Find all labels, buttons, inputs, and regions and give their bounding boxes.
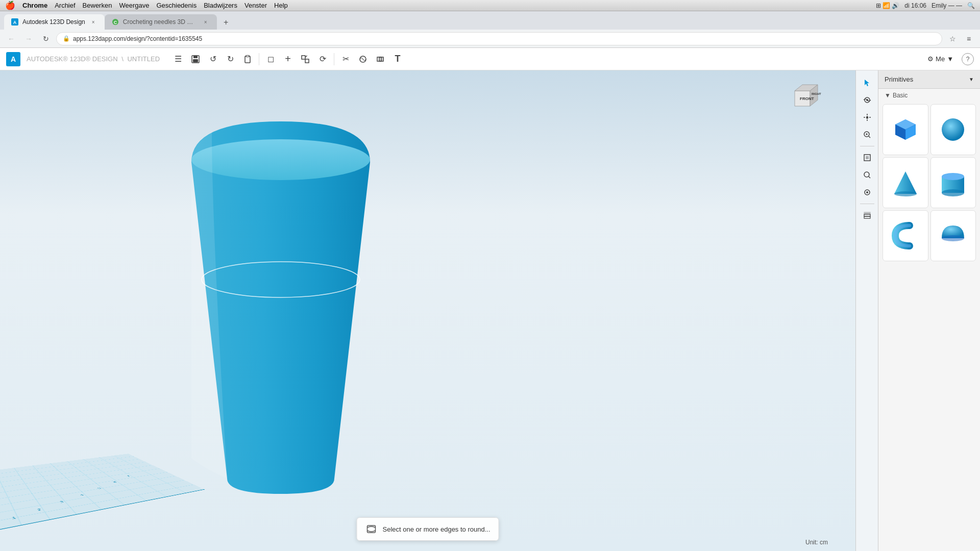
svg-text:RIGHT: RIGHT xyxy=(812,92,821,95)
tab-close-autodesk[interactable]: × xyxy=(89,18,97,26)
url-bar[interactable]: 🔒 apps.123dapp.com/design/?contentid=163… xyxy=(56,32,942,45)
tab-crocheting[interactable]: C Crocheting needles 3D Mo... × xyxy=(105,14,217,30)
logo-icon: A xyxy=(6,52,20,66)
tooltip-icon xyxy=(365,523,377,535)
pan-tool-button[interactable] xyxy=(859,109,875,126)
me-dropdown[interactable]: ⚙ Me ▼ xyxy=(923,53,958,65)
svg-rect-65 xyxy=(864,214,870,216)
primitive-cylinder[interactable] xyxy=(930,157,976,208)
tab-bar: A Autodesk 123D Design × C Crocheting ne… xyxy=(0,11,980,30)
tab-favicon-autodesk: A xyxy=(11,18,18,26)
svg-rect-14 xyxy=(379,57,383,61)
primitive-box[interactable] xyxy=(883,104,928,155)
fit-tool-button[interactable] xyxy=(859,149,875,166)
svg-rect-10 xyxy=(305,59,309,63)
forward-button[interactable]: → xyxy=(21,32,36,46)
primitive-cone[interactable] xyxy=(883,157,928,208)
menubar-bewerken[interactable]: Bewerken xyxy=(83,2,112,9)
select-tool-button[interactable] xyxy=(859,74,875,91)
refresh-button[interactable]: ⟳ xyxy=(314,51,331,67)
3d-shape xyxy=(189,121,373,494)
section-name: Basic xyxy=(893,92,908,99)
view-cube[interactable]: FRONT RIGHT xyxy=(787,81,828,121)
new-tab-button[interactable]: + xyxy=(219,15,233,30)
zoom-tool-button[interactable] xyxy=(859,127,875,143)
svg-text:C: C xyxy=(114,20,117,25)
svg-rect-8 xyxy=(246,55,249,57)
svg-point-60 xyxy=(864,172,869,177)
settings-icon[interactable]: ≡ xyxy=(962,32,976,46)
help-button[interactable]: ? xyxy=(962,53,974,65)
rt-separator-2 xyxy=(860,204,874,204)
right-toolbar xyxy=(855,70,878,551)
unit-label: Unit: xyxy=(805,539,818,546)
panel-title: Primitives xyxy=(885,76,913,83)
grid-plane: 0 1 2 3 4 5 6 7 xyxy=(0,454,205,539)
toolbar-sep-2 xyxy=(334,53,334,65)
bookmark-icon[interactable]: ☆ xyxy=(945,32,960,46)
me-arrow-icon: ▼ xyxy=(947,55,953,63)
svg-point-75 xyxy=(894,191,917,196)
save-button[interactable] xyxy=(187,51,204,67)
svg-line-61 xyxy=(869,177,870,178)
svg-point-44 xyxy=(191,139,370,180)
tab-favicon-crocheting: C xyxy=(112,18,119,26)
menubar-geschiedenis[interactable]: Geschiedenis xyxy=(156,2,197,9)
unit-value: cm xyxy=(820,539,828,546)
select-button[interactable]: ◻ xyxy=(262,51,279,67)
menu-button[interactable]: ☰ xyxy=(170,51,186,67)
transform-button[interactable] xyxy=(297,51,313,67)
menubar-bladwijzers[interactable]: Bladwijzers xyxy=(204,2,237,9)
svg-rect-64 xyxy=(864,216,870,218)
svg-rect-5 xyxy=(193,56,198,58)
document-title: UNTITLED xyxy=(127,55,160,63)
zoom-region-button[interactable] xyxy=(859,167,875,183)
svg-line-55 xyxy=(869,136,870,138)
menubar-venster[interactable]: Venster xyxy=(244,2,267,9)
panel-header-arrow[interactable]: ▼ xyxy=(969,77,974,82)
clipboard-button[interactable] xyxy=(239,51,256,67)
svg-point-77 xyxy=(942,173,964,180)
add-button[interactable]: + xyxy=(280,51,296,67)
orbit-tool-button[interactable] xyxy=(859,92,875,108)
title-separator: \ xyxy=(121,55,124,63)
material-button[interactable] xyxy=(355,51,371,67)
tab-title-autodesk: Autodesk 123D Design xyxy=(22,18,85,26)
primitive-sphere[interactable] xyxy=(930,104,976,155)
svg-point-73 xyxy=(942,118,964,141)
svg-marker-74 xyxy=(894,171,917,194)
svg-point-78 xyxy=(942,189,964,196)
text-button[interactable]: T xyxy=(389,51,406,67)
primitive-torus[interactable] xyxy=(883,210,928,261)
menubar-help[interactable]: Help xyxy=(274,2,288,9)
reload-button[interactable]: ↻ xyxy=(39,32,53,46)
me-gear-icon: ⚙ xyxy=(927,55,934,63)
toolbar-sep-1 xyxy=(259,53,259,65)
layer-tool-button[interactable] xyxy=(859,207,875,223)
app-layout: A AUTODESK® 123D® DESIGN \ UNTITLED ☰ ↺ xyxy=(0,48,980,551)
menubar-time: di 16:06 xyxy=(904,2,926,9)
primitives-grid xyxy=(878,102,980,263)
section-expand-icon[interactable]: ▼ xyxy=(885,92,891,99)
redo-button[interactable]: ↻ xyxy=(222,51,238,67)
menubar-search-icon[interactable]: 🔍 xyxy=(967,2,975,9)
menubar-weergave[interactable]: Weergave xyxy=(119,2,149,9)
menubar-user: Emily — — xyxy=(932,2,962,9)
viewport[interactable]: 0 1 2 3 4 5 6 7 xyxy=(0,70,855,551)
menubar-archief[interactable]: Archief xyxy=(55,2,75,9)
primitive-hemisphere[interactable] xyxy=(930,210,976,261)
back-button[interactable]: ← xyxy=(4,32,18,46)
tab-close-crocheting[interactable]: × xyxy=(202,18,210,26)
chrome-window: A Autodesk 123D Design × C Crocheting ne… xyxy=(0,11,980,551)
menubar-chrome[interactable]: Chrome xyxy=(22,2,47,9)
lock-icon: 🔒 xyxy=(63,35,70,42)
combine-button[interactable] xyxy=(372,51,388,67)
apple-menu[interactable]: 🍎 xyxy=(5,1,15,10)
tab-autodesk[interactable]: A Autodesk 123D Design × xyxy=(4,14,105,30)
undo-button[interactable]: ↺ xyxy=(205,51,221,67)
view-tool-button[interactable] xyxy=(859,184,875,201)
brand-name: AUTODESK® 123D® DESIGN xyxy=(27,55,118,63)
modify-button[interactable]: ✂ xyxy=(337,51,354,67)
svg-point-79 xyxy=(942,235,964,241)
menubar-icons: ⊞ 📶 🔊 xyxy=(876,2,900,9)
